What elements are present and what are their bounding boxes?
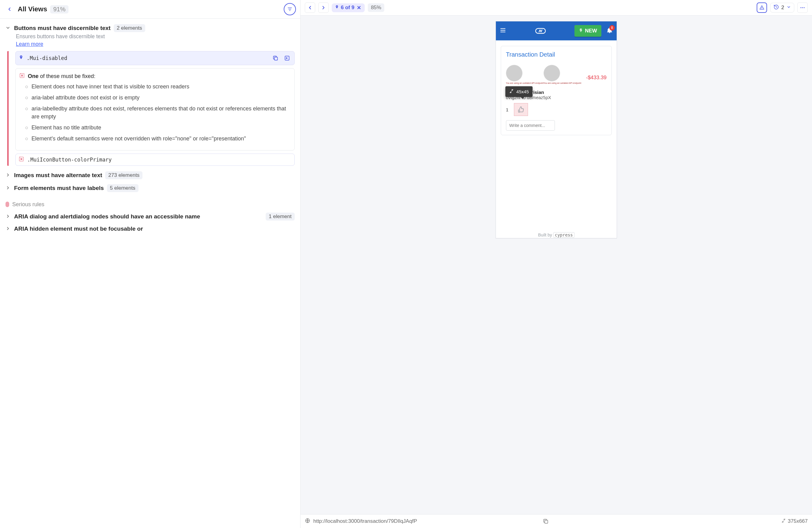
- element-size-tooltip: 45x45: [505, 86, 533, 97]
- element-count-chip: 273 elements: [105, 171, 143, 179]
- back-button[interactable]: [4, 4, 15, 14]
- selector-text: .MuiIconButton-colorPrimary: [27, 157, 112, 163]
- transaction-amount: -$433.39: [586, 75, 607, 81]
- resize-icon: [781, 518, 786, 525]
- resize-icon: [509, 89, 514, 95]
- severity-pill-icon: [5, 202, 9, 207]
- fix-item: aria-labelledby attribute does not exist…: [25, 105, 290, 120]
- accessibility-panel: All Views 91% Buttons must have discerni…: [0, 0, 301, 528]
- fix-item: Element has no title attribute: [25, 124, 290, 131]
- rule-header[interactable]: ARIA dialog and alertdialog nodes should…: [5, 210, 295, 223]
- warnings-button[interactable]: [757, 2, 767, 13]
- rule-title: Images must have alternate text: [14, 172, 102, 179]
- like-button[interactable]: [514, 103, 528, 116]
- selector-row-primary[interactable]: .Mui-disabled: [15, 51, 295, 65]
- app-page-body: Transaction Detail You are using an outd…: [496, 40, 617, 230]
- status-bar: http://localhost:3000/transaction/79DIlq…: [301, 514, 812, 528]
- fix-heading: One of these must be fixed:: [28, 73, 96, 80]
- chevron-right-icon: [5, 185, 11, 191]
- viewport-dimensions: 375x667: [788, 518, 808, 524]
- preview-area: NEW 8 Transaction Detail: [301, 16, 812, 514]
- avatar-caption: You are using an outdated API endpoint: [543, 82, 581, 84]
- footer-built-by: Built by cypress: [496, 230, 617, 238]
- chevron-down-icon: [5, 25, 11, 31]
- selector-row-secondary[interactable]: .MuiIconButton-colorPrimary: [15, 154, 295, 166]
- hamburger-icon[interactable]: [499, 27, 506, 35]
- filter-button[interactable]: [284, 3, 296, 15]
- notification-badge: 8: [609, 25, 615, 31]
- violation-icon: [19, 73, 25, 80]
- element-count-chip: 2 elements: [114, 24, 145, 32]
- pin-icon: [19, 55, 24, 61]
- fix-item: Element's default semantics were not ove…: [25, 134, 290, 143]
- print-selector-button[interactable]: [283, 54, 291, 62]
- history-icon: [773, 4, 779, 11]
- copy-selector-button[interactable]: [271, 54, 280, 62]
- comment-input[interactable]: [506, 120, 555, 131]
- transaction-card: Transaction Detail You are using an outd…: [501, 46, 612, 135]
- rule-title: ARIA hidden element must not be focusabl…: [14, 226, 143, 232]
- app-bar: NEW 8: [496, 22, 617, 40]
- fix-card: One of these must be fixed: Element does…: [15, 68, 295, 151]
- rule-title: Buttons must have discernible text: [14, 25, 111, 31]
- selector-text: .Mui-disabled: [27, 55, 67, 61]
- fix-item: Element does not have inner text that is…: [25, 83, 290, 90]
- serious-rules-label: Serious rules: [5, 201, 295, 208]
- new-transaction-button[interactable]: NEW: [575, 25, 601, 37]
- rule-header[interactable]: Images must have alternate text 273 elem…: [5, 169, 295, 182]
- rules-list: Buttons must have discernible text 2 ele…: [0, 19, 300, 528]
- more-menu-button[interactable]: [797, 2, 808, 13]
- rule-header[interactable]: ARIA hidden element must not be focusabl…: [5, 223, 295, 234]
- rule-title: ARIA dialog and alertdialog nodes should…: [14, 213, 263, 220]
- pin-counter-pill[interactable]: 6 of 9 ✕: [332, 3, 365, 12]
- chevron-down-icon: [787, 5, 791, 10]
- nav-next-button[interactable]: [318, 2, 329, 13]
- globe-icon: [305, 518, 310, 525]
- fix-item: aria-label attribute does not exist or i…: [25, 94, 290, 102]
- pin-counter-text: 6 of 9: [341, 4, 354, 11]
- history-count: 2: [781, 4, 784, 11]
- svg-point-6: [804, 8, 804, 8]
- svg-point-5: [802, 8, 803, 8]
- device-frame: NEW 8 Transaction Detail: [496, 21, 617, 238]
- svg-rect-8: [545, 520, 548, 524]
- preview-toolbar: 6 of 9 ✕ 85% 2: [301, 0, 812, 16]
- svg-point-4: [800, 8, 801, 8]
- chevron-right-icon: [5, 173, 11, 178]
- avatar-caption: You are using an outdated API endpoint: [506, 82, 543, 84]
- rule-header[interactable]: Form elements must have labels 5 element…: [5, 182, 295, 195]
- copy-url-button[interactable]: [541, 517, 550, 526]
- pass-percentage: 91%: [50, 5, 69, 13]
- panel-title: All Views: [18, 5, 47, 13]
- clear-pin-button[interactable]: ✕: [356, 4, 362, 11]
- avatar: [543, 65, 560, 81]
- left-panel-header: All Views 91%: [0, 0, 300, 19]
- chevron-right-icon: [5, 214, 11, 219]
- preview-url: http://localhost:3000/transaction/79DIlq…: [313, 518, 538, 524]
- rule-header-buttons[interactable]: Buttons must have discernible text 2 ele…: [5, 22, 295, 34]
- rule-subtitle: Ensures buttons have discernible text: [16, 33, 295, 40]
- history-dropdown[interactable]: 2: [770, 3, 794, 13]
- svg-rect-0: [274, 57, 277, 60]
- element-count-chip: 1 element: [266, 213, 295, 220]
- violation-icon: [19, 156, 24, 163]
- like-count: 1: [506, 107, 508, 112]
- card-title: Transaction Detail: [506, 51, 607, 58]
- element-count-chip: 5 elements: [107, 184, 139, 192]
- preview-panel: 6 of 9 ✕ 85% 2: [301, 0, 812, 528]
- app-logo: [509, 27, 571, 35]
- chevron-right-icon: [5, 226, 11, 231]
- rule-title: Form elements must have labels: [14, 185, 104, 191]
- violation-detail: .Mui-disabled One of these must be f: [8, 51, 295, 166]
- pin-icon: [335, 4, 339, 11]
- dollar-icon: [579, 28, 583, 34]
- nav-prev-button[interactable]: [305, 2, 315, 13]
- zoom-level: 85%: [368, 3, 384, 12]
- avatar: [506, 65, 522, 81]
- learn-more-link[interactable]: Learn more: [16, 41, 43, 47]
- notifications-button[interactable]: 8: [606, 27, 613, 35]
- fix-list: Element does not have inner text that is…: [25, 83, 290, 143]
